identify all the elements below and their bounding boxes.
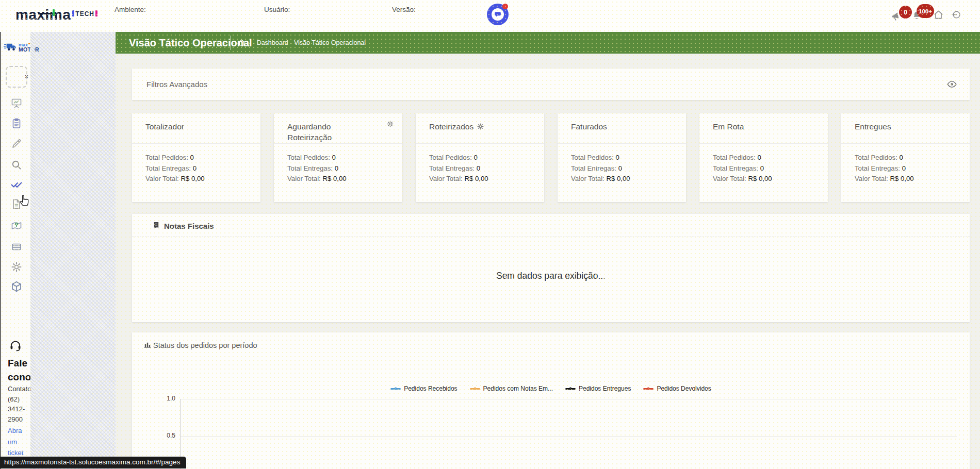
pedidos-value: 0 [190, 154, 194, 161]
y-axis-tick: 0.5 [155, 432, 175, 439]
app-window: maxima TECH Ambiente: Usuário: Versão: 0… [0, 0, 980, 469]
headset-icon [9, 339, 22, 354]
legend-item[interactable]: Pedidos Recebidos [390, 385, 457, 392]
pedidos-value: 0 [900, 154, 903, 161]
user-label: Usuário: [264, 6, 290, 13]
legend-item[interactable]: Pedidos Devolvidos [643, 385, 711, 392]
logo-magenta-accent [95, 10, 97, 16]
ticket-link-line[interactable]: um [8, 437, 26, 448]
document-icon [10, 198, 23, 210]
logo-blue-accent [72, 10, 74, 16]
sidebar-item-dashboard[interactable] [10, 97, 23, 110]
gridline [181, 436, 957, 437]
sidebar-item-search[interactable] [10, 159, 23, 172]
valor-value: R$ 0,00 [181, 175, 204, 182]
page-header: Visão Tático Operacional - Dashboard - V… [116, 32, 980, 54]
eye-icon[interactable] [946, 79, 957, 91]
entregas-label: Total Entregas: [145, 164, 191, 172]
legend-item[interactable]: Pedidos Entregues [565, 385, 631, 392]
sidebar-item-tracking[interactable] [10, 220, 23, 233]
table-icon [10, 241, 23, 253]
valor-label: Valor Total: [287, 175, 321, 182]
sidebar-item-tables[interactable] [10, 241, 23, 254]
topbar: maxima TECH Ambiente: Usuário: Versão: 0… [0, 0, 980, 32]
notas-fiscais-panel: Notas Fiscais Sem dados para exibição... [132, 214, 970, 322]
legend-marker [565, 388, 576, 390]
card-line: Total Pedidos: 0 [145, 153, 250, 163]
pedidos-label: Total Pedidos: [713, 154, 756, 161]
filters-title: Filtros Avançados [146, 69, 207, 100]
support-title-line: Fale [8, 356, 31, 370]
legend-item[interactable]: Pedidos com Notas Em... [470, 385, 553, 392]
card-line: Total Entregas: 0 [855, 163, 959, 174]
home-icon[interactable] [933, 9, 944, 22]
power-icon[interactable] [951, 9, 962, 22]
breadcrumb-home-icon[interactable] [237, 38, 246, 48]
chart-legend: Pedidos Recebidos Pedidos com Notas Em..… [132, 385, 970, 392]
chat-bubble-icon [492, 8, 504, 21]
advanced-filters-panel[interactable]: Filtros Avançados [132, 69, 970, 100]
sidebar-item-approvals[interactable] [10, 178, 23, 192]
legend-marker [643, 388, 654, 390]
search-icon [10, 159, 23, 171]
logo-overline-accent [38, 13, 52, 14]
card-line: Total Pedidos: 0 [855, 153, 959, 163]
brand-name: maxima [15, 8, 71, 22]
entregas-value: 0 [618, 164, 622, 172]
card-line: Valor Total: R$ 0,00 [855, 174, 959, 185]
empty-state-message: Sem dados para exibição... [496, 271, 606, 281]
entregas-value: 0 [335, 164, 338, 172]
contact-line: Contato [8, 384, 31, 394]
support-contact: Contato (62) 3412- 2900 [8, 384, 31, 424]
valor-label: Valor Total: [145, 175, 179, 182]
card-line: Valor Total: R$ 0,00 [571, 174, 676, 185]
entregas-label: Total Entregas: [287, 164, 333, 172]
chat-widget-button[interactable] [487, 4, 509, 25]
valor-value: R$ 0,00 [606, 175, 630, 182]
sidebar-item-orders[interactable] [10, 118, 23, 131]
sidebar-item-documents[interactable] [10, 198, 23, 211]
card-line: Total Entregas: 0 [287, 163, 392, 174]
double-check-icon [10, 178, 23, 191]
gear-icon[interactable] [477, 123, 484, 132]
receipt-icon [153, 221, 160, 231]
entregas-label: Total Entregas: [855, 164, 900, 172]
card-em-rota: Em Rota Total Pedidos: 0 Total Entregas:… [699, 113, 828, 202]
contact-line: 2900 [8, 414, 31, 425]
sidebar-item-settings[interactable] [10, 261, 23, 274]
card-title: Entregues [855, 122, 891, 131]
sidebar: max MOTOR × [0, 32, 35, 469]
link-preview-statusbar: https://maxmotorista-tst.solucoesmaxima.… [0, 457, 186, 468]
legend-label: Pedidos com Notas Em... [483, 385, 553, 392]
gear-icon[interactable] [386, 120, 394, 129]
card-line: Total Entregas: 0 [713, 163, 818, 174]
legend-label: Pedidos Recebidos [404, 385, 457, 392]
valor-label: Valor Total: [855, 175, 888, 182]
card-aguardando-roteirizacao: Aguardando Roteirização Total Pedidos: 0… [274, 113, 402, 202]
legend-marker [470, 388, 480, 390]
card-title: Totalizador [145, 122, 184, 131]
card-title: Aguardando Roteirização [287, 121, 354, 143]
logo-green-accent [53, 9, 55, 16]
card-faturados: Faturados Total Pedidos: 0 Total Entrega… [558, 113, 686, 202]
entregas-value: 0 [193, 164, 197, 172]
card-roteirizados: Roteirizados Total Pedidos: 0 Total Entr… [416, 113, 544, 202]
sidebar-item-edit[interactable] [10, 138, 23, 151]
entregas-value: 0 [902, 164, 906, 172]
line-chart-plot-area [180, 399, 957, 469]
breadcrumb: - Dashboard - Visão Tático Operacional [253, 32, 366, 54]
product-name-bottom: MOTOR [19, 47, 39, 52]
notification-badge[interactable]: 0 [899, 6, 912, 19]
notification-badge[interactable]: 100+ [917, 4, 934, 18]
ticket-link-line[interactable]: Abra [8, 425, 26, 437]
y-axis-tick: 1.0 [155, 395, 175, 402]
map-pin-icon [10, 220, 23, 232]
pedidos-label: Total Pedidos: [571, 154, 614, 161]
close-icon[interactable]: × [25, 74, 28, 80]
gear-icon [10, 261, 23, 273]
entregas-label: Total Entregas: [571, 164, 616, 172]
presentation-chart-icon [10, 97, 23, 109]
legend-label: Pedidos Entregues [579, 385, 631, 392]
contact-line: (62) [8, 394, 31, 405]
sidebar-item-products[interactable] [10, 280, 23, 294]
